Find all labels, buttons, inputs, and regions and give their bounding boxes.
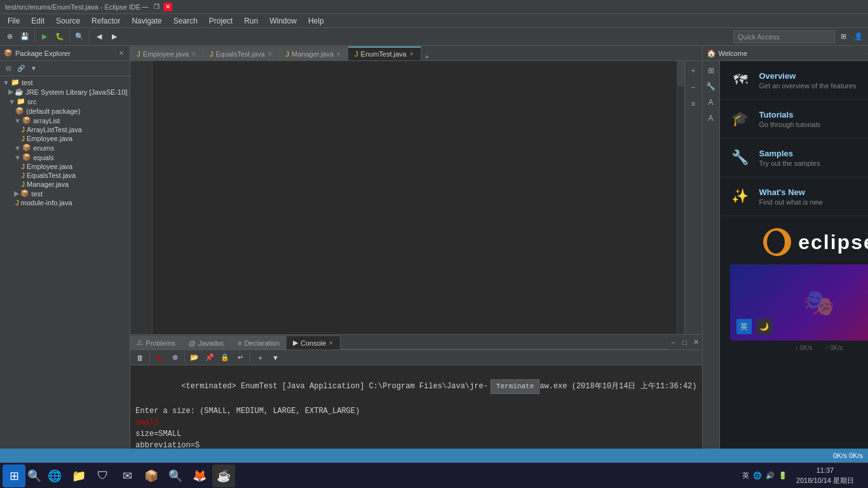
tree-item[interactable]: Jmodule-info.java — [0, 198, 130, 207]
tab-problems[interactable]: ⚠ Problems — [130, 336, 182, 349]
new-console-button[interactable]: + — [253, 351, 267, 365]
samples-text: Samples Try out the samples — [759, 149, 869, 167]
tab-javadoc[interactable]: @ Javadoc — [182, 336, 231, 349]
run-button[interactable]: ▶ — [37, 30, 51, 44]
package-explorer-icon: 📦 — [4, 49, 13, 57]
tab-declaration[interactable]: ≡ Declaration — [231, 336, 287, 349]
search-button[interactable]: 🔍 — [72, 30, 86, 44]
menu-search[interactable]: Search — [168, 15, 203, 27]
minimize-button[interactable]: — — [140, 3, 149, 11]
collapse-all-button[interactable]: ⊟ — [3, 63, 14, 74]
perspective-button[interactable]: ⊞ — [836, 30, 850, 44]
welcome-side-btn-3[interactable]: A — [704, 95, 718, 109]
welcome-side-btn-1[interactable]: ⊞ — [704, 64, 718, 78]
user-button[interactable]: 👤 — [851, 30, 865, 44]
code-editor[interactable] — [153, 61, 676, 334]
editor-tab-Employeejava[interactable]: JEmployee.java✕ — [130, 46, 203, 60]
menu-edit[interactable]: Edit — [26, 15, 50, 27]
welcome-tutorials[interactable]: 🎓 Tutorials Go through tutorials — [720, 100, 869, 139]
terminate-button[interactable]: ■ — [153, 351, 166, 365]
tree-item[interactable]: JArrayListTest.java — [0, 125, 130, 134]
pkg-menu-button[interactable]: ▼ — [28, 63, 39, 74]
menu-refactor[interactable]: Refactor — [86, 15, 125, 27]
menu-window[interactable]: Window — [264, 15, 302, 27]
taskbar-browser2[interactable]: 🔍 — [164, 464, 187, 487]
welcome-side-btn-4[interactable]: A — [704, 111, 718, 125]
quick-access-box[interactable]: Quick Access — [733, 30, 835, 43]
menu-navigate[interactable]: Navigate — [126, 15, 166, 27]
close-button[interactable]: ✕ — [163, 3, 172, 11]
menu-help[interactable]: Help — [303, 15, 329, 27]
taskbar-clock[interactable]: 11:37 2018/10/14 星期日 — [791, 466, 859, 485]
open-console-button[interactable]: 📂 — [187, 351, 201, 365]
new-button[interactable]: ⊕ — [3, 30, 17, 44]
taskbar-mail[interactable]: ✉ — [116, 464, 139, 487]
tree-item[interactable]: ▼📁src — [0, 97, 130, 106]
link-editor-button[interactable]: 🔗 — [15, 63, 27, 74]
tree-item[interactable]: JEqualsTest.java — [0, 171, 130, 180]
bottom-close[interactable]: ✕ — [691, 337, 702, 348]
save-button[interactable]: 💾 — [18, 30, 32, 44]
pin-console-button[interactable]: 📌 — [203, 351, 217, 365]
maximize-button[interactable]: ❐ — [152, 3, 161, 11]
editor-tab-EqualsTestjava[interactable]: JEqualsTest.java✕ — [203, 46, 280, 60]
package-explorer-close[interactable]: ✕ — [117, 49, 126, 57]
editor-tab-EnumTestjava[interactable]: JEnumTest.java✕ — [348, 46, 421, 60]
welcome-back-button[interactable]: ◀ — [865, 48, 869, 59]
welcome-whats-new[interactable]: ✨ What's New Find out what is new — [720, 177, 869, 216]
welcome-overview[interactable]: 🗺 Overview Get an overview of the featur… — [720, 61, 869, 100]
tree-item[interactable]: ▼📦equals — [0, 152, 130, 162]
menu-project[interactable]: Project — [204, 15, 238, 27]
forward-button[interactable]: ▶ — [107, 30, 121, 44]
tab-close[interactable]: ✕ — [409, 51, 414, 57]
taskbar-security[interactable]: 🛡 — [92, 464, 114, 487]
editor-tab-Managerjava[interactable]: JManager.java✕ — [280, 46, 349, 60]
bottom-minimize[interactable]: − — [668, 337, 679, 348]
taskbar: ⊞ 🔍 🌐 📁 🛡 ✉ 📦 🔍 🦊 ☕ 英 🌐 🔊 🔋 11:37 2018/1… — [0, 463, 868, 488]
terminate-tooltip[interactable]: Terminate — [491, 379, 539, 394]
word-wrap-button[interactable]: ↵ — [233, 351, 247, 365]
tree-item[interactable]: JManager.java — [0, 180, 130, 189]
show-desktop-button[interactable] — [860, 464, 865, 487]
scroll-lock-button[interactable]: 🔒 — [218, 351, 232, 365]
taskbar-search[interactable]: 🔍 — [27, 464, 42, 487]
taskbar-java[interactable]: ☕ — [212, 464, 235, 487]
tree-item[interactable]: JEmployee.java — [0, 162, 130, 171]
tree-item[interactable]: 📦(default package) — [0, 106, 130, 116]
tree-item[interactable]: ▶📦test — [0, 189, 130, 198]
back-button[interactable]: ◀ — [92, 30, 106, 44]
menu-source[interactable]: Source — [51, 15, 85, 27]
taskbar-files[interactable]: 📁 — [67, 464, 90, 487]
console-menu-button[interactable]: ▼ — [268, 351, 282, 365]
tab-close[interactable]: ✕ — [336, 51, 341, 57]
right-btn-3[interactable]: ≡ — [686, 97, 700, 111]
menu-file[interactable]: File — [3, 15, 25, 27]
tab-icon: J — [137, 50, 140, 58]
bottom-maximize[interactable]: □ — [679, 337, 691, 348]
taskbar-pkg[interactable]: 📦 — [140, 464, 163, 487]
console-close[interactable]: ✕ — [329, 340, 334, 346]
tree-item[interactable]: ▼📦enums — [0, 143, 130, 152]
taskbar-lang[interactable]: 英 — [742, 471, 749, 480]
tab-close[interactable]: ✕ — [268, 51, 273, 57]
taskbar-browser[interactable]: 🌐 — [43, 464, 66, 487]
editor-tabs-overflow[interactable]: » — [421, 46, 433, 60]
tab-close[interactable]: ✕ — [191, 51, 196, 57]
menu-run[interactable]: Run — [239, 15, 263, 27]
tree-item[interactable]: JEmployee.java — [0, 134, 130, 143]
tree-item[interactable]: ▶☕JRE System Library [JavaSE-10] — [0, 87, 130, 97]
right-btn-2[interactable]: − — [686, 80, 700, 94]
tree-item[interactable]: ▼📦arrayList — [0, 116, 130, 125]
taskbar-firefox[interactable]: 🦊 — [188, 464, 211, 487]
tab-console[interactable]: ▶ Console ✕ — [287, 336, 341, 349]
right-btn-1[interactable]: + — [686, 64, 700, 78]
disconnect-button[interactable]: ⊗ — [168, 351, 182, 365]
clear-console-button[interactable]: 🗑 — [133, 351, 147, 365]
welcome-side-btn-2[interactable]: 🔧 — [704, 79, 718, 93]
console-output[interactable]: <terminated> EnumTest [Java Application]… — [130, 365, 702, 449]
debug-button[interactable]: 🐛 — [53, 30, 67, 44]
start-button[interactable]: ⊞ — [3, 464, 25, 487]
tree-item[interactable]: ▼📁test — [0, 78, 130, 87]
welcome-samples[interactable]: 🔧 Samples Try out the samples — [720, 139, 869, 177]
whats-new-title: What's New — [759, 187, 869, 197]
